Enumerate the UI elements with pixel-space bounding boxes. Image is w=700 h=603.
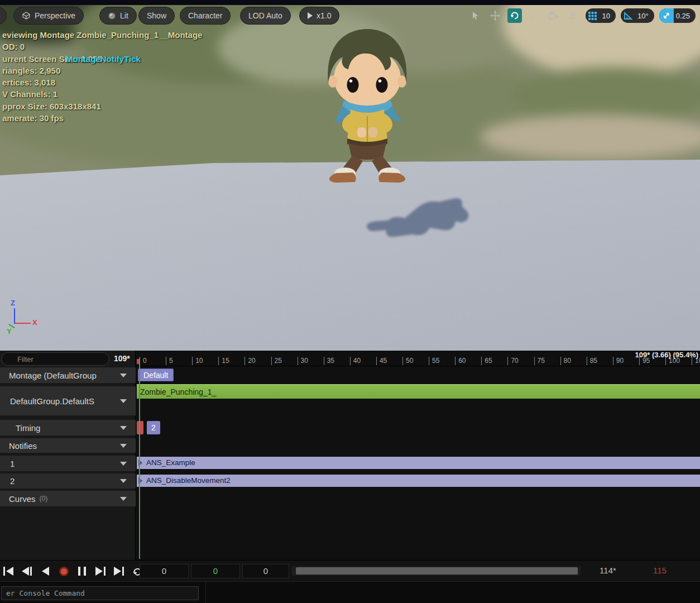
perspective-button[interactable]: Perspective [13,7,84,25]
chevron-down-icon[interactable] [120,462,127,466]
playhead-line[interactable] [139,358,140,559]
select-tool-icon[interactable] [468,8,483,23]
current-percent-field[interactable]: 0 [242,564,289,578]
ruler-tick: 70 [507,357,518,365]
timing-marker-2[interactable]: 2 [147,421,160,434]
viewport-stats: MontageNotifyTick eviewing Montage Zombi… [2,29,202,124]
lod-auto-label: LOD Auto [248,11,282,20]
play-reverse-button[interactable] [39,564,51,578]
montage-section-chip[interactable]: Default [138,368,174,381]
timing-marker-1[interactable] [137,421,143,434]
current-frame-field[interactable]: 0 [140,564,189,578]
menu-button-partial[interactable] [0,7,7,25]
angle-snap-value: 10° [635,12,654,20]
camera-follow-icon[interactable] [566,8,581,23]
track-row-notify-1[interactable]: 1 [0,456,136,471]
ruler-tick: 75 [534,357,545,365]
notify-state-bar-1[interactable]: ANS_Example [137,457,700,469]
timeline-scrollbar[interactable] [291,566,581,576]
ruler-status: 109* (3.66) (95.4%) [635,351,698,359]
ruler-tick: 85 [587,357,597,365]
scale-snap-value: 0.25 [674,12,696,20]
notify-state-bar-1-label: ANS_Example [146,458,195,467]
console-bar [0,581,700,603]
animation-montage-editor: Perspective Lit Show Character LOD Auto … [0,0,700,603]
ruler-tick: 20 [244,357,255,365]
track-row-notify-1-label: 1 [10,459,15,468]
track-row-notifies[interactable]: Notifies [0,438,136,453]
character-button[interactable]: Character [180,7,231,25]
track-row-curves[interactable]: Curves (0) [0,491,136,506]
preview-character [308,17,426,184]
step-backward-button[interactable] [21,564,33,578]
record-button[interactable] [57,564,70,578]
ruler-tick: 80 [560,357,571,365]
angle-snap-control[interactable]: 10° [621,8,654,23]
lit-button[interactable]: Lit [99,7,137,25]
chevron-down-icon[interactable] [120,497,127,501]
ruler-tick: 45 [376,357,387,365]
timeline-ruler[interactable]: 0510152025303540455055606570758085909510… [136,351,700,366]
timeline-tracks-area[interactable]: 0510152025303540455055606570758085909510… [136,351,700,560]
track-row-montage[interactable]: Montage (DefaultGroup [0,367,136,383]
grid-snap-control[interactable]: 10 [586,8,616,23]
track-row-notify-2[interactable]: 2 [0,473,136,489]
axis-z-label: Z [11,299,15,307]
ruler-tick: 90 [613,357,624,365]
stat-line: pprox Size: 603x318x841 [2,100,202,112]
ruler-tick: 40 [350,357,361,365]
playback-transport-bar: 0 0 0 114* 115 [0,560,700,581]
rotate-tool-icon[interactable] [507,8,522,23]
track-row-timing[interactable]: Timing [0,420,136,436]
pause-button[interactable] [76,564,88,578]
stat-line: riangles: 2,950 [2,65,202,76]
go-to-front-button[interactable] [2,564,15,578]
lit-icon [108,12,116,20]
window-top-strip [0,0,700,5]
play-icon [308,12,313,19]
ruler-tick: 5 [166,357,173,365]
axis-x-label: X [32,318,37,327]
angle-snap-icon [621,8,635,23]
ruler-tick: 50 [402,357,413,365]
camera-icon[interactable] [546,8,561,23]
play-speed-label: x1.0 [317,11,331,20]
move-tool-icon[interactable] [488,8,502,23]
play-speed-button[interactable]: x1.0 [299,7,339,25]
perspective-label: Perspective [35,11,75,20]
chevron-down-icon[interactable] [120,479,127,483]
stat-line: OD: 0 [2,41,202,52]
notify-state-bar-2[interactable]: ANS_DisableMovement2 [137,475,700,487]
chevron-down-icon[interactable] [120,374,127,377]
viewport-3d[interactable]: Perspective Lit Show Character LOD Auto … [0,0,700,351]
console-command-input[interactable] [1,586,199,600]
stat-line: ertices: 3,018 [2,76,202,88]
total-frame-label: 115 [645,566,674,575]
scale-snap-control[interactable]: 0.25 [659,8,696,23]
lit-label: Lit [120,11,128,20]
ruler-tick: 60 [455,357,466,365]
stat-line: eviewing Montage Zombie_Punching_1__Mont… [2,29,202,41]
grid-snap-value: 10 [600,12,616,20]
timeline-left-column: 109* Montage (DefaultGroup DefaultGroup.… [0,351,136,560]
timeline-scrollbar-thumb[interactable] [296,567,578,575]
transform-tools: 10 10° 0.25 [468,7,696,25]
montage-segment-bar[interactable]: Zombie_Punching_1_ [137,384,700,399]
notify-state-bar-2-label: ANS_DisableMovement2 [146,476,231,485]
chevron-down-icon[interactable] [120,399,127,403]
track-row-slot[interactable]: DefaultGroup.DefaultS [0,386,136,415]
filter-input[interactable] [1,352,109,366]
ruler-tick: 15 [218,357,229,365]
show-button[interactable]: Show [138,7,175,25]
current-time-field[interactable]: 0 [191,564,240,578]
scale-tool-icon[interactable] [527,8,541,23]
chevron-down-icon[interactable] [120,444,127,448]
stat-line: V Channels: 1 [2,88,202,100]
ruler-tick: 25 [271,357,282,365]
chevron-down-icon[interactable] [120,426,127,430]
ruler-tick: 65 [481,357,492,365]
axis-y-label: Y [7,327,12,336]
lod-auto-button[interactable]: LOD Auto [240,7,291,25]
go-to-end-button[interactable] [113,564,125,578]
step-forward-button[interactable] [94,564,107,578]
